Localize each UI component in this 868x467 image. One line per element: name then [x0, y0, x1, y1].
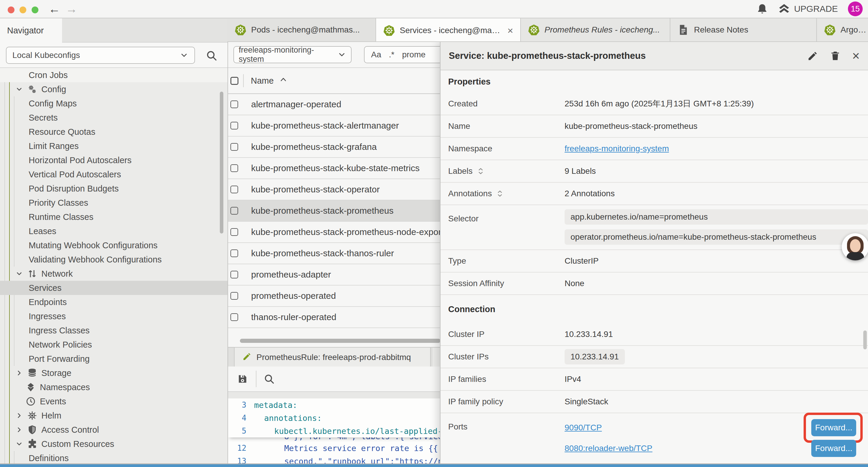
- sidebar-item-helm[interactable]: Helm: [0, 408, 227, 423]
- app-tab[interactable]: Prometheus Rules - icecheng... ×: [521, 18, 670, 41]
- row-checkbox[interactable]: [230, 143, 238, 151]
- editor-scroll-track[interactable]: [228, 392, 440, 399]
- row-checkbox[interactable]: [230, 250, 238, 257]
- horizontal-scrollbar[interactable]: [240, 339, 440, 343]
- table-row[interactable]: kube-prometheus-stack-grafana: [228, 137, 440, 158]
- sidebar-item-network-policies[interactable]: Network Policies: [0, 338, 227, 352]
- navigator-tab[interactable]: Navigator: [0, 18, 62, 42]
- table-row[interactable]: kube-prometheus-stack-prometheus-node-ex…: [228, 222, 440, 243]
- tree-chevron-icon[interactable]: [16, 412, 23, 419]
- editor-tab-partial[interactable]: [433, 348, 440, 367]
- app-tab[interactable]: Release Notes ×: [670, 18, 817, 41]
- back-icon[interactable]: ←: [49, 2, 60, 16]
- sidebar-item-endpoints[interactable]: Endpoints: [0, 295, 227, 309]
- row-checkbox[interactable]: [230, 313, 238, 321]
- sidebar-item-validating-webhook-configurations[interactable]: Validating Webhook Configurations: [0, 253, 227, 267]
- row-checkbox[interactable]: [230, 271, 238, 279]
- sidebar-item-vertical-pod-autoscalers[interactable]: Vertical Pod Autoscalers: [0, 167, 227, 181]
- sidebar-item-pod-disruption-budgets[interactable]: Pod Disruption Budgets: [0, 181, 227, 196]
- sidebar-item-mutating-webhook-configurations[interactable]: Mutating Webhook Configurations: [0, 238, 227, 253]
- row-checkbox[interactable]: [230, 228, 238, 236]
- sidebar-item-access-control[interactable]: Access Control: [0, 423, 227, 437]
- tab-close-icon[interactable]: ×: [505, 25, 513, 36]
- sidebar-item-secrets[interactable]: Secrets: [0, 111, 227, 125]
- app-tab[interactable]: Services - icecheng@math... ×: [376, 18, 521, 42]
- table-row[interactable]: kube-prometheus-stack-thanos-ruler: [228, 243, 440, 264]
- select-all-checkbox[interactable]: [230, 77, 239, 85]
- sidebar-scrollbar[interactable]: [220, 92, 223, 233]
- notifications-bell-icon[interactable]: [756, 3, 768, 15]
- table-row[interactable]: prometheus-adapter: [228, 264, 440, 286]
- sidebar-item-config[interactable]: Config: [0, 82, 227, 96]
- sidebar-item-port-forwarding[interactable]: Port Forwarding: [0, 352, 227, 366]
- delete-trash-icon[interactable]: [830, 50, 841, 61]
- close-window-button[interactable]: [8, 6, 14, 13]
- save-icon[interactable]: [237, 373, 248, 384]
- yaml-editor[interactable]: 3 metadata: 4 annotations: 5 kubectl.kub…: [228, 399, 440, 465]
- sidebar-item-ingresses[interactable]: Ingresses: [0, 309, 227, 323]
- sidebar-item-definitions[interactable]: Definitions: [0, 451, 227, 465]
- sidebar-item-events[interactable]: Events: [0, 394, 227, 408]
- name-column-header[interactable]: Name: [251, 76, 288, 86]
- row-checkbox[interactable]: [230, 292, 238, 300]
- edit-pencil-icon[interactable]: [807, 50, 818, 61]
- row-checkbox[interactable]: [230, 122, 238, 129]
- sidebar-item-services[interactable]: Services: [0, 281, 227, 295]
- upgrade-button[interactable]: UPGRADE: [778, 3, 838, 15]
- table-row[interactable]: prometheus-operated: [228, 286, 440, 307]
- zoom-window-button[interactable]: [32, 6, 38, 13]
- tree-chevron-icon[interactable]: [16, 270, 23, 278]
- forward-button[interactable]: Forward...: [811, 440, 856, 457]
- sidebar-item-network[interactable]: Network: [0, 267, 227, 281]
- close-icon[interactable]: ×: [852, 50, 860, 61]
- forward-icon[interactable]: →: [66, 2, 78, 16]
- row-checkbox[interactable]: [230, 100, 238, 108]
- port-link[interactable]: 8080:reloader-web/TCP: [565, 444, 652, 453]
- sidebar-item-storage[interactable]: Storage: [0, 366, 227, 380]
- kubeconfig-select[interactable]: Local Kubeconfigs: [6, 47, 195, 64]
- sidebar-item-horizontal-pod-autoscalers[interactable]: Horizontal Pod Autoscalers: [0, 153, 227, 167]
- sort-updown-icon[interactable]: [476, 167, 485, 176]
- table-row[interactable]: kube-prometheus-stack-alertmanager: [228, 115, 440, 137]
- row-checkbox[interactable]: [230, 164, 238, 172]
- tree-chevron-icon[interactable]: [16, 369, 23, 377]
- namespace-select[interactable]: freeleaps-monitoring-system: [234, 46, 351, 63]
- editor-tab[interactable]: PrometheusRule: freeleaps-prod-rabbitmq: [234, 348, 431, 367]
- sidebar-item-runtime-classes[interactable]: Runtime Classes: [0, 210, 227, 224]
- assistant-avatar[interactable]: [842, 233, 868, 260]
- notification-count-badge[interactable]: 15: [848, 1, 863, 16]
- table-row[interactable]: kube-prometheus-stack-kube-state-metrics: [228, 158, 440, 179]
- sidebar-item-limit-ranges[interactable]: Limit Ranges: [0, 139, 227, 153]
- tree-chevron-icon[interactable]: [16, 440, 23, 448]
- row-checkbox[interactable]: [230, 207, 238, 214]
- detail-scrollbar[interactable]: [863, 330, 867, 349]
- list-search-input[interactable]: Aa .* prome: [364, 46, 440, 63]
- sidebar-item-priority-classes[interactable]: Priority Classes: [0, 196, 227, 210]
- sidebar-item-namespaces[interactable]: Namespaces: [0, 380, 227, 394]
- table-row[interactable]: alertmanager-operated: [228, 94, 440, 115]
- table-row[interactable]: kube-prometheus-stack-prometheus: [228, 200, 440, 222]
- sort-updown-icon[interactable]: [495, 189, 504, 198]
- editor-search-icon[interactable]: [264, 373, 275, 384]
- forward-button[interactable]: Forward...: [811, 419, 856, 436]
- tree-chevron-icon[interactable]: [16, 85, 23, 93]
- app-tab[interactable]: Argo Se ×: [817, 18, 868, 41]
- table-row[interactable]: kube-prometheus-stack-operator: [228, 179, 440, 200]
- tree-chevron-icon[interactable]: [16, 426, 23, 434]
- sidebar-item-cron-jobs[interactable]: Cron Jobs: [0, 68, 227, 82]
- sidebar-item-custom-resources[interactable]: Custom Resources: [0, 437, 227, 451]
- table-row[interactable]: thanos-ruler-operated: [228, 307, 440, 328]
- sidebar-item-resource-quotas[interactable]: Resource Quotas: [0, 125, 227, 139]
- namespace-link[interactable]: freeleaps-monitoring-system: [565, 144, 669, 153]
- port-link[interactable]: 9090/TCP: [565, 423, 602, 432]
- minimize-window-button[interactable]: [20, 6, 26, 13]
- sidebar-item-leases[interactable]: Leases: [0, 224, 227, 238]
- match-case-toggle[interactable]: Aa: [371, 50, 381, 59]
- sidebar-item-ingress-classes[interactable]: Ingress Classes: [0, 323, 227, 338]
- row-checkbox[interactable]: [230, 185, 238, 193]
- app-tab[interactable]: Pods - icecheng@mathmas... ×: [227, 18, 376, 41]
- regex-toggle[interactable]: .*: [389, 50, 395, 59]
- sidebar-item-config-maps[interactable]: Config Maps: [0, 96, 227, 111]
- header-separator: [243, 74, 244, 87]
- sidebar-search-icon[interactable]: [206, 50, 217, 61]
